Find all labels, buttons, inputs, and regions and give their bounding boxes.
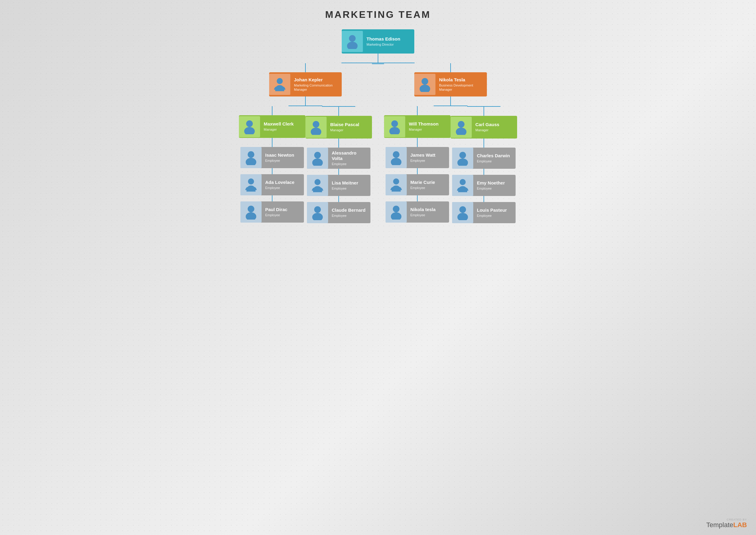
- manager-card-carl[interactable]: Carl Gauss Manager: [451, 116, 517, 138]
- johan-avatar: [269, 74, 290, 95]
- svg-point-31: [459, 206, 466, 213]
- main-h-connector: Johan Kepler Marketing Communication Man…: [239, 63, 517, 223]
- page-title: MARKETING TEAM: [325, 9, 431, 20]
- svg-point-16: [312, 213, 323, 220]
- maxwell-branch: Maxwell Clerk Manager: [239, 106, 305, 223]
- svg-point-26: [458, 121, 464, 127]
- svg-point-11: [311, 127, 322, 135]
- svg-point-24: [393, 206, 400, 212]
- svg-point-0: [349, 35, 356, 42]
- svg-point-17: [422, 78, 428, 85]
- watermark-template-label: Template: [706, 521, 733, 529]
- svg-point-3: [246, 120, 253, 127]
- svg-point-21: [393, 151, 400, 158]
- employee-card-james[interactable]: James Watt Employee: [385, 147, 449, 168]
- org-tree: Thomas Edison Marketing Director: [182, 29, 574, 223]
- employee-card-paul[interactable]: Paul Dirac Employee: [240, 201, 304, 223]
- svg-point-22: [391, 158, 402, 165]
- employee-card-charles[interactable]: Charles Darwin Employee: [452, 148, 516, 169]
- watermark: CREATED BY TemplateLAB: [706, 519, 747, 529]
- watermark-created-label: CREATED BY: [727, 519, 747, 521]
- director-avatar: [342, 31, 363, 52]
- svg-point-29: [458, 158, 468, 166]
- blaise-branch: Blaise Pascal Manager: [305, 106, 372, 223]
- johan-line-down: [305, 97, 306, 105]
- svg-point-6: [246, 158, 256, 165]
- director-name: Thomas Edison: [367, 36, 411, 42]
- employee-card-louis[interactable]: Louis Pasteur Employee: [452, 202, 516, 223]
- will-branch: Will Thomson Manager: [384, 106, 451, 223]
- director-node: Thomas Edison Marketing Director: [342, 29, 414, 63]
- svg-point-14: [315, 179, 321, 185]
- nikola-branch: Nikola Tesla Business Development Manage…: [384, 63, 517, 223]
- svg-point-8: [248, 206, 254, 212]
- director-info: Thomas Edison Marketing Director: [363, 35, 414, 48]
- watermark-lab-label: LAB: [733, 521, 747, 529]
- svg-point-30: [460, 179, 466, 185]
- director-role: Marketing Director: [367, 42, 411, 46]
- employee-card-nikola-t[interactable]: Nikola tesla Employee: [385, 201, 449, 223]
- svg-point-13: [312, 158, 323, 166]
- svg-point-18: [420, 85, 430, 92]
- svg-point-1: [347, 42, 358, 49]
- employee-card-isaac[interactable]: Isaac Newton Employee: [240, 147, 304, 168]
- johan-branch: Johan Kepler Marketing Communication Man…: [239, 63, 372, 223]
- director-card[interactable]: Thomas Edison Marketing Director: [342, 29, 414, 53]
- svg-point-7: [248, 179, 254, 184]
- employee-card-volta[interactable]: Alessandro Volta Employee: [307, 148, 371, 169]
- employee-card-lisa[interactable]: Lisa Meitner Employee: [307, 175, 371, 196]
- manager-card-blaise[interactable]: Blaise Pascal Manager: [305, 116, 372, 138]
- manager-card-maxwell[interactable]: Maxwell Clerk Manager: [239, 115, 305, 138]
- svg-point-27: [456, 127, 466, 135]
- director-line-down: [378, 53, 378, 63]
- svg-point-20: [389, 127, 400, 134]
- svg-point-25: [391, 212, 402, 219]
- svg-point-28: [459, 152, 466, 158]
- johan-line-up: [305, 63, 306, 72]
- svg-point-9: [246, 212, 256, 219]
- carl-branch: Carl Gauss Manager: [451, 106, 517, 223]
- johan-name: Johan Kepler: [294, 77, 338, 83]
- svg-point-23: [393, 179, 399, 184]
- svg-point-15: [314, 206, 321, 213]
- johan-role: Marketing Communication Manager: [294, 83, 338, 92]
- employee-card-emy[interactable]: Emy Noether Employee: [452, 175, 516, 196]
- employee-card-ada[interactable]: Ada Lovelace Employee: [240, 174, 304, 195]
- svg-point-4: [244, 127, 255, 134]
- manager-card-will[interactable]: Will Thomson Manager: [384, 115, 451, 138]
- svg-point-19: [391, 120, 398, 127]
- svg-point-32: [458, 213, 468, 220]
- svg-point-5: [248, 151, 254, 158]
- svg-point-2: [277, 78, 283, 84]
- manager-card-johan[interactable]: Johan Kepler Marketing Communication Man…: [269, 72, 342, 97]
- employee-card-claude[interactable]: Claude Bernard Employee: [307, 202, 371, 223]
- manager-card-nikola[interactable]: Nikola Tesla Business Development Manage…: [414, 72, 487, 97]
- org-chart-container: MARKETING TEAM Thomas Edison Marketing D…: [182, 9, 574, 223]
- svg-point-12: [314, 152, 321, 158]
- employee-card-marie[interactable]: Marie Curie Employee: [385, 174, 449, 195]
- left-main-branch: Johan Kepler Marketing Communication Man…: [239, 63, 517, 223]
- svg-point-10: [313, 121, 319, 127]
